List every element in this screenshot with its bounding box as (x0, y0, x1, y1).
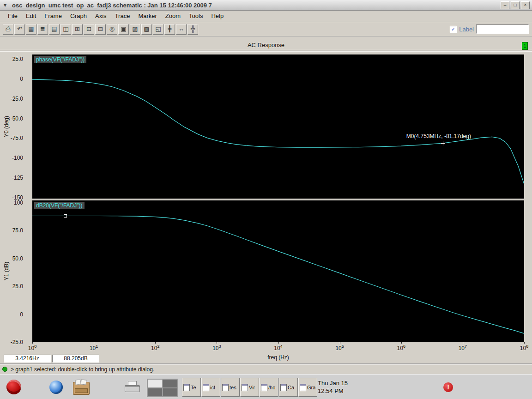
dark-graph-icon[interactable]: ▩ (141, 24, 152, 35)
task-button-label: Gra (307, 385, 315, 390)
x-axis-label: freq (Hz) (32, 354, 524, 361)
taskbar-clock[interactable]: Thu Jan 15 12:54 PM (318, 379, 348, 395)
x-tick-label-10e3: 103 (206, 344, 227, 351)
grid-toggle-icon[interactable]: ▦ (26, 24, 36, 35)
trace-label-phase[interactable]: phase(VF("/FADJ")) (34, 56, 86, 63)
y0-axis-label: Y0 (deg) (3, 99, 10, 154)
y-tick-label: -25.0 (2, 339, 23, 345)
x-tick-label-10e7: 107 (453, 344, 473, 351)
task-button-label: Ca (288, 385, 294, 390)
y-tick-label: -100 (2, 155, 23, 161)
task-button-label: Te (191, 385, 196, 390)
x-tick-mark (155, 342, 156, 344)
task-button-label: /ho (268, 385, 275, 390)
maximize-button[interactable]: □ (511, 1, 520, 9)
task-button-vir[interactable]: Vir (240, 378, 259, 397)
zoom-x-icon[interactable]: ↔ (176, 24, 187, 35)
minimize-button[interactable]: – (501, 1, 509, 9)
page-indicator[interactable]: 1 (522, 42, 528, 50)
menu-help[interactable]: Help (207, 12, 228, 20)
file-manager-icon[interactable] (73, 382, 90, 395)
task-button-ca[interactable]: Ca (279, 378, 298, 397)
window-menu-icon[interactable]: ▾ (0, 2, 10, 8)
clock-time: 12:54 PM (318, 387, 348, 395)
menu-marker[interactable]: Marker (134, 12, 161, 20)
marker-m0[interactable] (441, 141, 445, 145)
menu-tools[interactable]: Tools (185, 12, 207, 20)
window-icon (280, 384, 287, 391)
paper-icon (80, 379, 86, 385)
menu-frame[interactable]: Frame (40, 12, 66, 20)
x-tick-label-10e5: 105 (330, 344, 350, 351)
task-button-icf[interactable]: icf (201, 378, 220, 397)
workspace-1[interactable] (147, 379, 163, 388)
workspace-4[interactable] (163, 388, 178, 397)
shaded-graph-icon[interactable]: ▨ (130, 24, 140, 35)
x-tick-mark (278, 342, 279, 344)
redhat-menu-icon[interactable] (6, 380, 21, 394)
x-tick-mark (463, 342, 463, 344)
window-icon (242, 384, 248, 391)
x-tick-mark (401, 342, 402, 344)
trace-label-db20[interactable]: dB20(VF("/FADJ")) (34, 202, 85, 209)
subwindow-icon[interactable]: ◫ (60, 24, 71, 35)
taskbar: TeicftesVir/hoCaGra Thu Jan 15 12:54 PM … (0, 374, 532, 399)
printer-icon[interactable] (125, 381, 139, 394)
cursor-readouts: 3.4216Hz 88.205dB (4, 355, 99, 363)
separator (0, 50, 532, 52)
titlebar[interactable]: ▾ osc_design_umc test_op_ac_fadj3 schema… (0, 0, 532, 11)
close-button[interactable]: × (521, 1, 530, 9)
x-tick-label-10e1: 101 (84, 344, 104, 351)
zoom-xy-icon[interactable]: ╬ (187, 24, 198, 35)
x-readout: 3.4216Hz (4, 355, 51, 363)
alert-icon[interactable]: ! (443, 382, 453, 392)
marker-cross-h (441, 143, 445, 144)
label-controls: ✓ Label (450, 24, 529, 34)
printer-body-icon (125, 385, 140, 392)
window-icon (300, 384, 306, 391)
db-plot-panel[interactable]: dB20(VF("/FADJ")) (32, 200, 524, 342)
undo-icon[interactable]: ↶ (14, 24, 25, 35)
y-tick-label: 75.0 (2, 227, 23, 234)
task-button-te[interactable]: Te (182, 378, 201, 397)
print-icon[interactable]: ⎙ (3, 24, 13, 35)
new-graph-icon[interactable]: ⊞ (72, 24, 83, 35)
workspace-2[interactable] (163, 379, 178, 388)
label-input[interactable] (476, 24, 529, 34)
menu-graph[interactable]: Graph (66, 12, 91, 20)
db-point-marker[interactable] (64, 214, 67, 218)
pan-icon[interactable]: ╋ (164, 24, 175, 35)
menu-edit[interactable]: Edit (22, 12, 40, 20)
zoom-fit-icon[interactable]: ◱ (153, 24, 163, 35)
copy-graph-icon[interactable]: ⊡ (84, 24, 94, 35)
overlay-mode-icon[interactable]: ▤ (49, 24, 60, 35)
task-button-tes[interactable]: tes (221, 378, 240, 397)
window-icon (203, 384, 209, 391)
workspace-pager[interactable] (147, 379, 178, 397)
clock-date: Thu Jan 15 (318, 379, 348, 387)
web-browser-icon[interactable] (49, 381, 63, 394)
x-tick-label-10e8: 108 (514, 344, 532, 351)
db-curve (32, 200, 524, 342)
task-button-ho[interactable]: /ho (260, 378, 278, 397)
strip-mode-icon[interactable]: ≣ (37, 24, 48, 35)
freeze-icon[interactable]: ▣ (118, 24, 129, 35)
window-controls: – □ × (501, 1, 530, 9)
phase-plot-panel[interactable]: phase(VF("/FADJ")) M0(4.753MHz, -81.17de… (32, 54, 524, 199)
y-tick-label: 0 (2, 311, 23, 318)
task-button-gra[interactable]: Gra (298, 378, 317, 397)
y-readout: 88.205dB (52, 355, 99, 363)
menubar: FileEditFrameGraphAxisTraceMarkerZoomToo… (0, 10, 532, 22)
menu-axis[interactable]: Axis (91, 12, 111, 20)
task-button-label: tes (230, 385, 236, 390)
label-checkbox[interactable]: ✓ (450, 26, 457, 33)
trace-cursor-icon[interactable]: ◎ (107, 24, 117, 35)
menu-zoom[interactable]: Zoom (161, 12, 185, 20)
marker-m0-label: M0(4.753MHz, -81.17deg) (406, 133, 471, 139)
menu-file[interactable]: File (4, 12, 22, 20)
window-icon (222, 384, 229, 391)
menu-trace[interactable]: Trace (111, 12, 134, 20)
delete-trace-icon[interactable]: ⊟ (95, 24, 106, 35)
workspace-3[interactable] (147, 388, 163, 397)
y-tick-label: 100 (2, 200, 23, 206)
